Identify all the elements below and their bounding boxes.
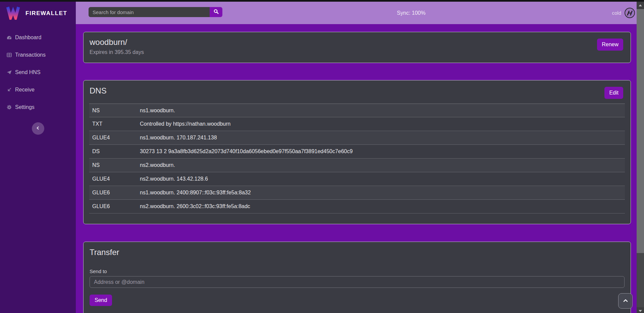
send-to-label: Send to — [90, 268, 625, 274]
receive-arrow-icon — [6, 87, 12, 93]
scrollbar[interactable] — [637, 2, 644, 313]
settings-gear-icon — [6, 105, 12, 110]
triangle-up-icon — [639, 4, 642, 6]
send-transfer-button[interactable]: Send — [90, 295, 112, 306]
dns-record-type: GLUE6 — [92, 203, 140, 209]
dns-record-row: GLUE6 ns2.woodburn. 2600:3c02::f03c:93ff… — [89, 200, 625, 213]
dns-title: DNS — [90, 86, 625, 96]
dashboard-gauge-icon — [6, 35, 12, 41]
dns-record-row: NS ns2.woodburn. — [89, 159, 625, 172]
dns-record-type: GLUE4 — [92, 135, 140, 141]
dns-record-value: ns2.woodburn. 143.42.128.6 — [140, 176, 208, 182]
firewallet-logo-icon — [6, 5, 20, 21]
handshake-h-glyph: H — [627, 10, 633, 16]
edit-dns-button[interactable]: Edit — [604, 87, 623, 99]
dns-card: DNS Edit NS ns1.woodburn. TXT Controlled… — [83, 80, 631, 224]
wallet-name: cold — [612, 10, 621, 16]
sidebar-collapse-button[interactable] — [32, 122, 44, 135]
domain-header-card: woodburn/ Expires in 395.35 days Renew — [83, 32, 631, 63]
search-magnifier-icon — [213, 9, 219, 15]
dns-record-row: NS ns1.woodburn. — [89, 104, 625, 117]
search-button[interactable] — [210, 7, 222, 17]
chevron-left-icon — [36, 126, 40, 131]
sidebar: FIREWALLET Dashboard Transactions Send H… — [0, 2, 76, 313]
sidebar-item-transactions[interactable]: Transactions — [0, 46, 76, 64]
scrollbar-thumb[interactable] — [637, 9, 644, 253]
sidebar-item-label: Dashboard — [15, 35, 41, 41]
wallet-selector[interactable]: cold H — [612, 2, 635, 24]
dns-record-value: ns2.woodburn. — [140, 162, 175, 168]
transfer-title: Transfer — [90, 248, 625, 257]
send-paper-plane-icon — [6, 70, 12, 75]
transfer-address-input[interactable] — [90, 276, 625, 288]
dns-record-value: 30273 13 2 9a3a8fb3d625d2a2073d740f10da6… — [140, 148, 353, 154]
handshake-h-icon[interactable]: H — [625, 8, 635, 18]
dns-record-type: NS — [92, 108, 140, 114]
sidebar-item-receive[interactable]: Receive — [0, 81, 76, 99]
sidebar-item-label: Receive — [15, 87, 35, 93]
sidebar-item-label: Send HNS — [15, 69, 41, 75]
dns-record-type: GLUE4 — [92, 176, 140, 182]
dns-record-type: GLUE6 — [92, 190, 140, 196]
sidebar-item-label: Transactions — [15, 52, 46, 58]
scroll-to-top-button[interactable] — [618, 293, 633, 309]
dns-card-header: DNS Edit — [84, 80, 631, 104]
sidebar-item-label: Settings — [15, 104, 35, 110]
sidebar-item-dashboard[interactable]: Dashboard — [0, 29, 76, 46]
dns-record-value: Controlled by https://nathan.woodburn — [140, 121, 230, 127]
dns-record-row: TXT Controlled by https://nathan.woodbur… — [89, 117, 625, 131]
brand[interactable]: FIREWALLET — [0, 2, 76, 25]
dns-records-table: NS ns1.woodburn. TXT Controlled by https… — [89, 104, 625, 213]
triangle-down-icon — [639, 310, 642, 312]
renew-button[interactable]: Renew — [597, 39, 623, 51]
dns-record-type: DS — [92, 148, 140, 154]
domain-name-title: woodburn/ — [90, 38, 625, 47]
scrollbar-down-button[interactable] — [637, 307, 644, 313]
dns-record-row: GLUE4 ns1.woodburn. 170.187.241.138 — [89, 131, 625, 145]
brand-name: FIREWALLET — [25, 10, 67, 17]
firewallet-app: FIREWALLET Dashboard Transactions Send H… — [0, 0, 644, 313]
dns-record-row: GLUE6 ns1.woodburn. 2400:8907::f03c:93ff… — [89, 186, 625, 200]
scrollbar-up-button[interactable] — [637, 2, 644, 9]
domain-expiry-text: Expires in 395.35 days — [90, 49, 625, 55]
sidebar-item-settings[interactable]: Settings — [0, 99, 76, 116]
chevron-up-icon — [623, 299, 628, 304]
dns-record-type: TXT — [92, 121, 140, 127]
dns-record-row: GLUE4 ns2.woodburn. 143.42.128.6 — [89, 172, 625, 186]
dns-record-row: DS 30273 13 2 9a3a8fb3d625d2a2073d740f10… — [89, 145, 625, 159]
dns-record-value: ns1.woodburn. 170.187.241.138 — [140, 135, 217, 141]
dns-record-type: NS — [92, 162, 140, 168]
transfer-card: Transfer Send to Send — [83, 242, 631, 313]
dns-record-value: ns2.woodburn. 2600:3c02::f03c:93ff:fe5a:… — [140, 203, 250, 209]
search-input[interactable] — [89, 7, 210, 17]
domain-searchbox — [89, 7, 222, 17]
domain-page: woodburn/ Expires in 395.35 days Renew D… — [76, 24, 644, 313]
sidebar-item-send-hns[interactable]: Send HNS — [0, 64, 76, 81]
topbar: Sync: 100% cold H — [76, 2, 644, 24]
transactions-table-icon — [6, 52, 12, 58]
sidebar-nav: Dashboard Transactions Send HNS Receive — [0, 29, 76, 116]
dns-record-value: ns1.woodburn. — [140, 108, 175, 114]
dns-record-value: ns1.woodburn. 2400:8907::f03c:93ff:fe5a:… — [140, 190, 251, 196]
main-column: Sync: 100% cold H woodburn/ Expires in 3… — [76, 2, 644, 313]
sync-status: Sync: 100% — [397, 2, 425, 24]
